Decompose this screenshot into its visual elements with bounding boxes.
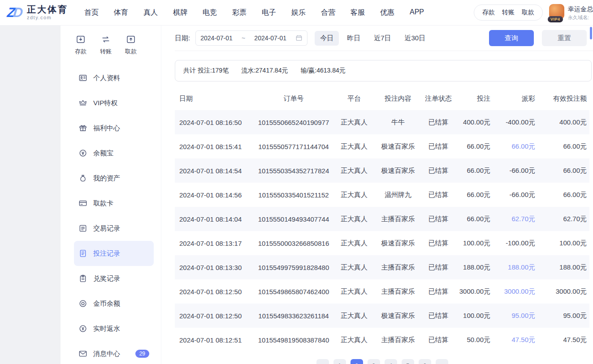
calendar-icon[interactable]: [295, 34, 303, 42]
menu-item-label: 消息中心: [93, 350, 120, 358]
quick-action-icon: [76, 34, 86, 44]
cell-status: 已结算: [422, 231, 455, 255]
filter-last30days[interactable]: 近30日: [399, 31, 431, 46]
nav-item[interactable]: 体育: [114, 8, 128, 17]
page-button[interactable]: 1: [333, 359, 346, 364]
filter-today[interactable]: 今日: [315, 31, 339, 46]
menu-item-icon: [78, 124, 87, 133]
header-action-transfer[interactable]: 转账: [502, 9, 515, 17]
cell-valid-amount: 95.00元: [538, 304, 589, 328]
nav-item[interactable]: 客服: [351, 8, 365, 17]
cell-bet-content: 主播百家乐: [374, 279, 422, 304]
menu-item-label: 福利中心: [93, 124, 120, 133]
table-row: 2024-07-01 08:13:30 1015549975991828480 …: [175, 255, 589, 279]
page-button[interactable]: 3: [368, 359, 380, 364]
user-menu[interactable]: VIP4 幸运金总 永久域名:: [549, 4, 593, 21]
column-header: 日期: [175, 87, 253, 110]
cell-order-number: 1015549975991828480: [253, 255, 334, 279]
cell-order-number: 1015550665240190977: [253, 110, 334, 134]
filter-yesterday[interactable]: 昨日: [342, 31, 366, 46]
nav-item[interactable]: 真人: [143, 8, 158, 17]
nav-item[interactable]: 首页: [84, 8, 99, 17]
cell-date: 2024-07-01 08:12:50: [175, 279, 253, 304]
sidebar-item-withdraw-card[interactable]: 取款卡: [74, 191, 154, 216]
page-button[interactable]: ‹: [316, 359, 329, 364]
page-button[interactable]: ›: [436, 359, 448, 364]
sidebar-item-messages[interactable]: 消息中心 29: [74, 341, 154, 364]
date-range-input[interactable]: 2024-07-01 ~ 2024-07-01: [195, 30, 307, 46]
topbar-right: 存款转账取款 VIP4 幸运金总 永久域名:: [474, 4, 593, 21]
column-header: 注单状态: [422, 87, 455, 110]
menu-item-label: VIP特权: [93, 99, 117, 107]
quick-action-deposit[interactable]: 存款: [75, 34, 87, 56]
topbar: ZD 正大体育 zdty.com 首页体育真人棋牌电竞彩票电子娱乐合营客服优惠A…: [0, 0, 593, 26]
sidebar-item-profile[interactable]: 个人资料: [74, 65, 154, 90]
menu-item-icon: [78, 149, 87, 158]
cell-payout: 66.00元: [493, 134, 538, 158]
scrollbar-thumb[interactable]: [590, 27, 592, 39]
nav-item[interactable]: 电竞: [203, 8, 217, 17]
cell-bet-content: 极速百家乐: [374, 231, 422, 255]
cell-date: 2024-07-01 08:13:30: [175, 255, 253, 279]
page-button[interactable]: 5: [402, 359, 414, 364]
cell-status: 已结算: [422, 134, 455, 158]
brand-domain: zdty.com: [27, 15, 68, 21]
brand-logo[interactable]: ZD 正大体育 zdty.com: [7, 4, 68, 21]
filter-last7days[interactable]: 近7日: [368, 31, 396, 46]
search-button[interactable]: 查询: [489, 30, 534, 46]
cell-valid-amount: 47.50元: [538, 328, 589, 352]
cell-platform: 正大真人: [334, 231, 374, 255]
header-action-deposit[interactable]: 存款: [482, 9, 495, 17]
sidebar-item-bet-records[interactable]: 投注记录: [74, 241, 154, 266]
reset-button[interactable]: 重置: [542, 30, 587, 46]
page-button[interactable]: 2: [351, 359, 363, 364]
header-quick-actions: 存款转账取款: [474, 4, 543, 21]
header-action-withdraw[interactable]: 取款: [522, 9, 534, 17]
cell-bet-amount: 66.00元: [455, 183, 493, 207]
nav-item[interactable]: 优惠: [380, 8, 394, 17]
nav-item[interactable]: 电子: [262, 8, 276, 17]
page-button[interactable]: 6: [419, 359, 431, 364]
sidebar-item-vip[interactable]: VIP特权: [74, 90, 154, 116]
summary-bar: 共计 投注:179笔流水:27417.84元输/赢:4613.84元: [175, 60, 592, 81]
quick-action-withdraw[interactable]: 取款: [125, 34, 137, 56]
cell-platform: 正大真人: [334, 158, 374, 183]
sidebar-item-transactions[interactable]: 交易记录: [74, 216, 154, 241]
brand-name: 正大体育: [27, 4, 68, 15]
menu-item-icon: [78, 349, 87, 358]
nav-item[interactable]: 娱乐: [291, 8, 306, 17]
nav-item[interactable]: APP: [410, 8, 424, 17]
page-button[interactable]: 4: [385, 359, 397, 364]
nav-item[interactable]: 棋牌: [173, 8, 187, 17]
cell-bet-amount: 188.00元: [455, 255, 493, 279]
sidebar-item-gold-balance[interactable]: 金币余额: [74, 291, 154, 316]
cell-order-number: 1015550354352717824: [253, 158, 334, 183]
sidebar-item-welfare[interactable]: 福利中心: [74, 116, 154, 141]
cell-payout: -400.00元: [493, 110, 538, 134]
menu-item-label: 实时返水: [93, 325, 120, 333]
sidebar-item-yuebao[interactable]: 余额宝: [74, 141, 154, 166]
quick-action-transfer[interactable]: 转账: [100, 34, 112, 56]
sidebar-item-prize-records[interactable]: 兑奖记录: [74, 266, 154, 291]
nav-item[interactable]: 合营: [321, 8, 335, 17]
user-text: 幸运金总 永久域名:: [568, 4, 593, 21]
menu-item-label: 交易记录: [93, 224, 120, 233]
date-from-value[interactable]: 2024-07-01: [200, 34, 233, 42]
menu-item-icon: [78, 174, 87, 183]
summary-item: 共计 投注:179笔: [183, 67, 229, 75]
cell-platform: 正大真人: [334, 207, 374, 231]
menu-item-icon: [78, 249, 87, 258]
quick-action-icon: [126, 34, 136, 44]
sidebar-item-rebate[interactable]: 实时返水: [74, 316, 154, 341]
cell-bet-amount: 100.00元: [455, 304, 493, 328]
cell-bet-content: 主播百家乐: [374, 255, 422, 279]
cell-status: 已结算: [422, 304, 455, 328]
date-to-value[interactable]: 2024-07-01: [254, 34, 286, 42]
sidebar-item-assets[interactable]: 我的资产: [74, 166, 154, 191]
menu-item-label: 兑奖记录: [93, 274, 120, 283]
cell-valid-amount: 66.00元: [538, 183, 589, 207]
cell-date: 2024-07-01 08:14:04: [175, 207, 253, 231]
left-gutter: [0, 26, 61, 364]
nav-item[interactable]: 彩票: [232, 8, 247, 17]
date-separator: ~: [242, 34, 245, 42]
